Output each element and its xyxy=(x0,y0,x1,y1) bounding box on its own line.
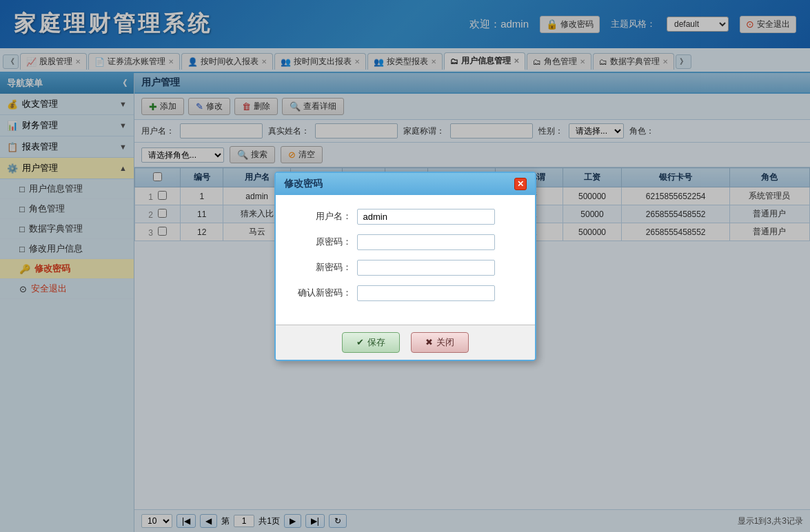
change-password-modal: 修改密码 ✕ 用户名： 原密码： 新密码： 确认新密码： ✔ xyxy=(274,172,536,361)
modal-newpwd-row: 新密码： xyxy=(296,260,514,276)
modal-save-icon: ✔ xyxy=(356,337,364,347)
modal-newpwd-label: 新密码： xyxy=(296,261,352,274)
modal-confirmpwd-row: 确认新密码： xyxy=(296,285,514,301)
modal-oldpwd-input[interactable] xyxy=(357,234,495,250)
modal-save-btn[interactable]: ✔ 保存 xyxy=(342,332,400,353)
modal-oldpwd-label: 原密码： xyxy=(296,236,352,248)
modal-username-input[interactable] xyxy=(357,209,495,225)
modal-body: 用户名： 原密码： 新密码： 确认新密码： xyxy=(276,195,535,325)
modal-username-row: 用户名： xyxy=(296,209,514,225)
modal-close-x-btn[interactable]: ✕ xyxy=(514,178,527,190)
modal-username-label: 用户名： xyxy=(296,210,352,223)
modal-confirmpwd-label: 确认新密码： xyxy=(296,287,352,299)
modal-footer: ✔ 保存 ✖ 关闭 xyxy=(276,325,535,360)
modal-header: 修改密码 ✕ xyxy=(276,173,535,195)
modal-overlay: 修改密码 ✕ 用户名： 原密码： 新密码： 确认新密码： ✔ xyxy=(0,0,810,532)
modal-newpwd-input[interactable] xyxy=(357,260,495,276)
modal-title: 修改密码 xyxy=(284,178,323,190)
modal-oldpwd-row: 原密码： xyxy=(296,234,514,250)
modal-close-icon: ✖ xyxy=(425,337,433,347)
modal-close-btn[interactable]: ✖ 关闭 xyxy=(411,332,469,353)
modal-confirmpwd-input[interactable] xyxy=(357,285,495,301)
